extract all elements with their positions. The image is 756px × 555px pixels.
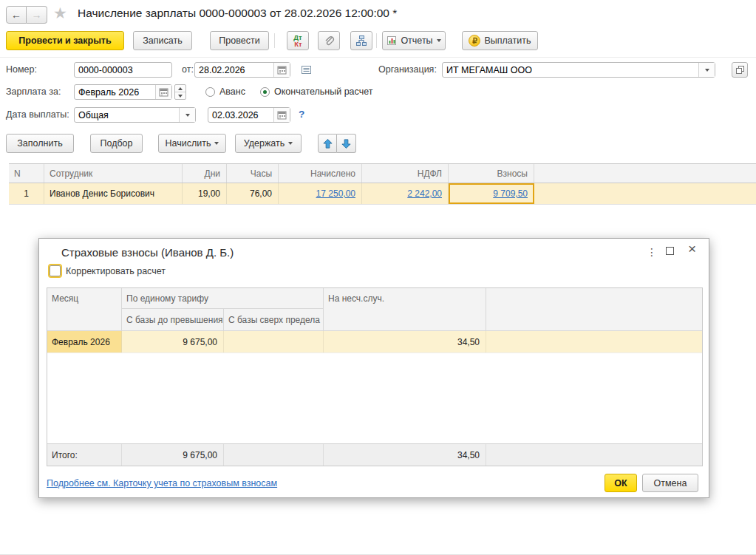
number-label: Номер: xyxy=(6,62,37,78)
reports-chart-icon xyxy=(386,35,397,46)
help-icon[interactable]: ? xyxy=(299,109,304,120)
contrib-cell-selected[interactable]: 9 709,50 xyxy=(449,183,534,204)
document-date-field[interactable]: 28.02.2026 xyxy=(194,62,290,78)
toolbar-divider xyxy=(0,57,756,58)
organization-label: Организация: xyxy=(378,62,437,78)
radio-final-settlement[interactable]: Окончательный расчет xyxy=(260,86,372,97)
ndfl-cell[interactable]: 2 242,00 xyxy=(362,183,449,204)
back-icon: ← xyxy=(11,9,21,21)
radio-advance[interactable]: Аванс xyxy=(205,86,245,97)
insurance-contributions-dialog: Страховые взносы (Иванов Д. Б.) ⋮ × Корр… xyxy=(38,238,709,498)
toolbar-separator xyxy=(376,33,377,48)
attachments-button[interactable] xyxy=(318,31,340,50)
ok-button[interactable]: ОК xyxy=(605,474,637,492)
arrow-up-icon xyxy=(322,138,333,149)
number-field[interactable]: 0000-000003 xyxy=(74,62,172,78)
col-header-employee[interactable]: Сотрудник xyxy=(44,164,183,183)
paperclip-icon xyxy=(323,35,335,47)
col-month[interactable]: Месяц xyxy=(47,288,122,330)
pick-button[interactable]: Подбор xyxy=(90,134,143,153)
accident-cell[interactable]: 34,50 xyxy=(324,331,486,353)
pay-button[interactable]: ₽ Выплатить xyxy=(462,31,538,50)
contributions-header: Месяц По единому тарифу С базы до превыш… xyxy=(47,288,702,331)
forward-icon: → xyxy=(32,9,42,21)
contrib-link[interactable]: 9 709,50 xyxy=(493,188,528,199)
col-header-ndfl[interactable]: НДФЛ xyxy=(362,164,449,183)
organization-dropdown-button[interactable] xyxy=(698,63,715,77)
back-button[interactable]: ← xyxy=(6,6,27,24)
month-cell[interactable]: Февраль 2026 xyxy=(47,331,122,353)
days-cell[interactable]: 19,00 xyxy=(183,183,227,204)
col-header-contrib[interactable]: Взносы xyxy=(449,164,534,183)
stepper-down-icon[interactable] xyxy=(175,92,185,99)
accrue-button[interactable]: Начислить xyxy=(158,134,226,153)
stepper-up-icon[interactable] xyxy=(175,85,185,92)
totals-row: Итого: 9 675,00 34,50 xyxy=(47,443,702,466)
from-label: от: xyxy=(182,62,194,78)
cancel-button[interactable]: Отмена xyxy=(642,474,698,492)
chevron-down-icon xyxy=(437,39,441,42)
dt-kt-button[interactable]: ДтКт xyxy=(287,31,309,50)
document-list-icon[interactable] xyxy=(300,64,313,76)
withhold-button[interactable]: Удержать xyxy=(235,134,302,153)
accrued-link[interactable]: 17 250,00 xyxy=(316,188,355,199)
employees-header-row: N Сотрудник Дни Часы Начислено НДФЛ Взно… xyxy=(9,164,756,183)
open-icon xyxy=(735,65,745,75)
over-limit-cell[interactable] xyxy=(224,331,324,353)
close-icon[interactable]: × xyxy=(688,241,696,257)
reports-button[interactable]: Отчеты xyxy=(382,31,446,50)
col-header-accrued[interactable]: Начислено xyxy=(279,164,362,183)
period-stepper[interactable] xyxy=(174,84,186,100)
chevron-down-icon xyxy=(185,114,190,117)
move-down-button[interactable] xyxy=(337,134,356,153)
favorite-star-icon[interactable]: ★ xyxy=(53,4,67,22)
post-and-close-button[interactable]: Провести и закрыть xyxy=(6,31,124,50)
structure-button[interactable] xyxy=(350,31,372,50)
hours-cell[interactable]: 76,00 xyxy=(227,183,279,204)
col-header-filler xyxy=(534,164,756,183)
pay-date-mode-select[interactable]: Общая xyxy=(74,107,196,123)
save-button[interactable]: Записать xyxy=(133,31,192,50)
pay-date-mode-dropdown-button[interactable] xyxy=(179,108,195,122)
col-header-n[interactable]: N xyxy=(9,164,44,183)
employee-row[interactable]: 1 Иванов Денис Борисович 19,00 76,00 17 … xyxy=(9,183,756,205)
calendar-icon[interactable] xyxy=(155,85,171,99)
move-buttons xyxy=(318,134,356,153)
col-single-tariff[interactable]: По единому тарифу xyxy=(122,288,323,309)
col-base-under[interactable]: С базы до превышения xyxy=(122,309,224,330)
col-base-over[interactable]: С базы сверх предела xyxy=(224,309,323,330)
pay-date-label: Дата выплаты: xyxy=(6,107,69,123)
forward-button[interactable]: → xyxy=(27,6,47,24)
table-empty-area xyxy=(47,353,702,443)
col-header-days[interactable]: Дни xyxy=(183,164,227,183)
chevron-down-icon xyxy=(705,69,709,72)
contribution-row[interactable]: Февраль 2026 9 675,00 34,50 xyxy=(47,331,702,353)
dt-kt-icon: ДтКт xyxy=(293,34,302,47)
contribution-card-link[interactable]: Подробнее см. Карточку учета по страховы… xyxy=(47,478,277,488)
fill-button[interactable]: Заполнить xyxy=(6,134,74,153)
employees-table: N Сотрудник Дни Часы Начислено НДФЛ Взно… xyxy=(9,163,756,205)
chevron-down-icon xyxy=(214,142,219,145)
salary-period-field[interactable]: Февраль 2026 xyxy=(74,84,172,100)
col-header-hours[interactable]: Часы xyxy=(227,164,279,183)
maximize-icon[interactable] xyxy=(666,247,674,255)
move-up-button[interactable] xyxy=(318,134,337,153)
arrow-down-icon xyxy=(341,138,352,149)
pay-date-field[interactable]: 02.03.2026 xyxy=(208,107,290,123)
ruble-coin-icon: ₽ xyxy=(469,35,480,47)
accrued-cell[interactable]: 17 250,00 xyxy=(279,183,362,204)
calendar-icon[interactable] xyxy=(273,108,290,122)
calendar-icon[interactable] xyxy=(273,63,290,77)
totals-over xyxy=(224,444,324,466)
nav-group: ← → xyxy=(6,6,47,24)
adjust-calculation-checkbox[interactable]: Корректировать расчет xyxy=(50,265,166,276)
post-button[interactable]: Провести xyxy=(210,31,269,50)
under-limit-cell[interactable]: 9 675,00 xyxy=(122,331,224,353)
employee-name-cell[interactable]: Иванов Денис Борисович xyxy=(44,183,183,204)
ndfl-link[interactable]: 2 242,00 xyxy=(407,188,442,199)
row-number-cell[interactable]: 1 xyxy=(9,183,44,204)
kebab-menu-icon[interactable]: ⋮ xyxy=(645,245,658,259)
organization-open-button[interactable] xyxy=(732,62,748,78)
organization-field[interactable]: ИТ МЕГАМАШ ООО xyxy=(442,62,715,78)
col-accident[interactable]: На несч.случ. xyxy=(324,288,486,330)
